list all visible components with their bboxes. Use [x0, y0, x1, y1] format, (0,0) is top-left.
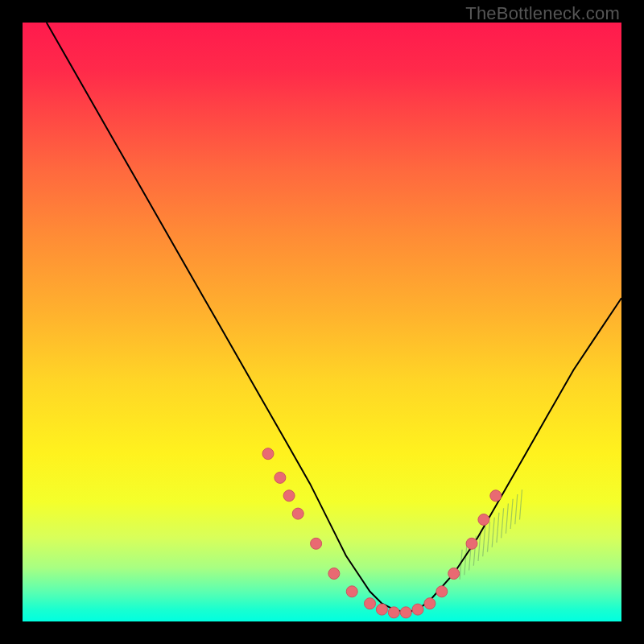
data-point: [412, 604, 423, 615]
hatch-mark: [502, 508, 504, 538]
data-point: [490, 490, 502, 502]
hatch-mark: [520, 489, 522, 519]
dot-group: [262, 448, 502, 618]
bottleneck-curve: [47, 23, 621, 613]
data-point: [466, 538, 477, 549]
hatch-mark: [483, 526, 485, 556]
hatch-mark: [515, 494, 518, 524]
data-point: [388, 607, 399, 618]
data-point: [275, 472, 286, 483]
chart-container: TheBottleneck.com: [0, 0, 644, 644]
hatch-mark: [510, 499, 513, 529]
hatch-mark: [506, 504, 508, 534]
hatch-mark: [464, 545, 467, 575]
data-point: [376, 604, 387, 615]
data-point: [448, 568, 460, 580]
data-point: [424, 598, 436, 609]
plot-area: [23, 23, 621, 621]
data-point: [365, 598, 376, 609]
data-point: [346, 586, 357, 597]
data-point: [283, 490, 295, 502]
hatch-mark: [488, 522, 490, 551]
data-point: [292, 508, 303, 519]
data-point: [328, 568, 340, 580]
chart-svg: [23, 23, 621, 621]
data-point: [311, 538, 322, 549]
data-point: [400, 607, 411, 618]
watermark-text: TheBottleneck.com: [465, 3, 620, 24]
data-point: [478, 514, 489, 526]
data-point: [436, 586, 448, 597]
hatch-mark: [497, 513, 499, 543]
hatch-mark: [492, 518, 494, 547]
hatch-group: [460, 489, 522, 580]
data-point: [262, 448, 274, 460]
